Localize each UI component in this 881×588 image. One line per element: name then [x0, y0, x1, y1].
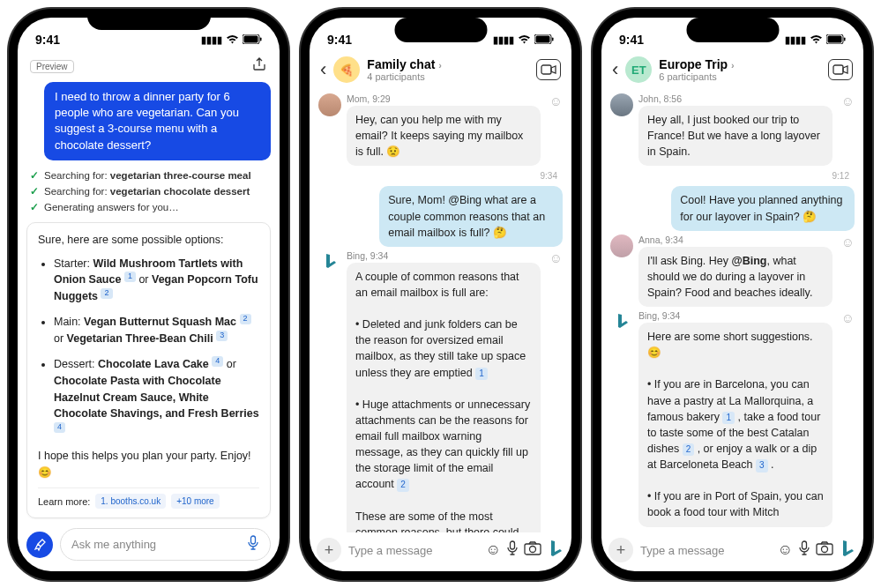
status-icons: ▮▮▮▮	[201, 34, 262, 46]
message-meta: Bing, 9:34	[347, 250, 541, 261]
screen: 9:41 ▮▮▮▮ Preview I need to throw a dinn…	[18, 18, 280, 571]
clock: 9:41	[619, 33, 644, 47]
svg-rect-5	[536, 35, 550, 42]
message-bubble: Here are some short suggestions. 😊 • If …	[638, 323, 832, 527]
message: John, 8:56 Hey all, I just booked our tr…	[610, 93, 855, 166]
learn-more-link[interactable]: 1. booths.co.uk	[95, 494, 166, 509]
notch	[87, 9, 211, 30]
answer-dessert: Dessert: Chocolate Lava Cake 4 or Chocol…	[54, 356, 259, 439]
check-icon: ✓	[30, 185, 39, 197]
svg-rect-12	[828, 35, 842, 42]
avatar-john[interactable]	[610, 93, 633, 116]
citation[interactable]: 1	[124, 272, 136, 282]
message-bubble: I'll ask Bing. Hey @Bing, what should we…	[638, 247, 832, 307]
new-topic-button[interactable]	[26, 532, 53, 558]
battery-icon	[243, 34, 262, 46]
svg-rect-9	[525, 544, 541, 555]
message-bubble: Sure, Mom! @Bing what are a couple commo…	[379, 186, 563, 246]
message-input[interactable]: Type a message	[638, 540, 773, 561]
citation[interactable]: 2	[397, 479, 409, 492]
chat-avatar[interactable]: ET	[625, 56, 652, 83]
svg-rect-2	[260, 37, 262, 41]
video-call-button[interactable]	[536, 59, 561, 80]
message-bubble: A couple of common reasons that an email…	[347, 263, 541, 532]
check-icon: ✓	[30, 201, 39, 213]
citation[interactable]: 1	[722, 412, 735, 425]
add-button[interactable]: +	[317, 538, 341, 562]
battery-icon	[534, 34, 554, 46]
bing-icon[interactable]	[547, 539, 564, 562]
status-icons: ▮▮▮▮	[493, 34, 554, 46]
emoji-icon[interactable]: ☺	[778, 541, 793, 559]
message-input[interactable]: Type a message	[347, 540, 481, 561]
chat-title: Europe Trip	[659, 57, 728, 71]
screen: 9:41 ▮▮▮▮ ‹ 🍕 Family chat › 4 participan…	[310, 18, 571, 571]
message: Anna, 9:34 I'll ask Bing. Hey @Bing, wha…	[610, 234, 855, 307]
react-icon[interactable]: ☺	[841, 310, 855, 325]
mic-icon[interactable]	[798, 540, 810, 561]
mic-icon[interactable]	[506, 540, 519, 561]
react-icon[interactable]: ☺	[841, 234, 855, 249]
svg-rect-7	[541, 65, 551, 74]
answer-main: Main: Vegan Butternut Squash Mac 2 or Ve…	[54, 314, 259, 347]
camera-icon[interactable]	[524, 541, 541, 560]
citation[interactable]: 3	[756, 459, 768, 473]
message: Mom, 9:29 Hey, can you help me with my e…	[318, 93, 563, 166]
message-meta: John, 8:56	[638, 93, 832, 104]
avatar-bing[interactable]	[610, 310, 633, 333]
svg-rect-1	[244, 35, 258, 42]
chat-subtitle: 4 participants	[367, 71, 529, 82]
citation[interactable]: 2	[683, 443, 695, 457]
add-button[interactable]: +	[608, 538, 633, 562]
camera-icon[interactable]	[816, 541, 833, 560]
message-meta: Anna, 9:34	[638, 234, 832, 245]
chat-title-block[interactable]: Family chat › 4 participants	[367, 57, 529, 82]
share-icon[interactable]	[251, 56, 267, 77]
clock: 9:41	[327, 33, 352, 47]
message-meta: Bing, 9:34	[638, 310, 832, 321]
avatar-mom[interactable]	[318, 93, 341, 116]
react-icon[interactable]: ☺	[841, 93, 855, 108]
citation[interactable]: 1	[475, 368, 488, 381]
citation[interactable]: 2	[240, 314, 251, 324]
learn-more-more[interactable]: +10 more	[171, 494, 220, 509]
answer-outro: I hope this helps you plan your party. E…	[38, 448, 259, 481]
search-step: ✓Searching for: vegetarian chocolate des…	[30, 183, 267, 199]
bing-icon[interactable]	[839, 539, 856, 562]
react-icon[interactable]: ☺	[549, 250, 563, 265]
video-call-button[interactable]	[828, 59, 853, 80]
svg-point-17	[822, 546, 828, 552]
input-row: + Type a message ☺	[310, 532, 571, 571]
signal-icon: ▮▮▮▮	[201, 34, 222, 46]
back-button[interactable]: ‹	[612, 58, 618, 81]
mic-icon[interactable]	[247, 535, 259, 554]
timestamp: 9:12	[610, 169, 855, 182]
chat-content: John, 8:56 Hey all, I just booked our tr…	[601, 90, 863, 532]
ask-input[interactable]: Ask me anything	[60, 528, 271, 561]
citation[interactable]: 4	[212, 356, 223, 367]
chat-title: Family chat	[367, 57, 435, 71]
search-progress: ✓Searching for: vegetarian three-course …	[26, 166, 271, 217]
citation[interactable]: 3	[216, 331, 228, 341]
learn-more-row: Learn more: 1. booths.co.uk +10 more	[38, 488, 259, 509]
message-sent: Cool! Have you planned anything for our …	[610, 186, 855, 230]
citation[interactable]: 4	[54, 422, 65, 433]
chat-avatar[interactable]: 🍕	[333, 56, 360, 83]
message-bubble: Cool! Have you planned anything for our …	[671, 186, 855, 230]
svg-rect-16	[817, 544, 832, 555]
notch	[394, 18, 487, 42]
battery-icon	[826, 34, 846, 46]
svg-point-10	[530, 546, 536, 552]
react-icon[interactable]: ☺	[549, 93, 563, 108]
phone-family-chat: 9:41 ▮▮▮▮ ‹ 🍕 Family chat › 4 participan…	[301, 9, 580, 580]
svg-rect-15	[803, 541, 807, 549]
back-button[interactable]: ‹	[320, 58, 326, 81]
avatar-anna[interactable]	[610, 234, 633, 257]
citation[interactable]: 2	[101, 288, 112, 299]
chevron-right-icon: ›	[438, 60, 442, 71]
emoji-icon[interactable]: ☺	[486, 541, 501, 559]
phone-bing: 9:41 ▮▮▮▮ Preview I need to throw a dinn…	[9, 9, 288, 580]
chat-title-block[interactable]: Europe Trip › 6 participants	[659, 57, 821, 82]
avatar-bing[interactable]	[318, 250, 341, 273]
input-placeholder: Ask me anything	[71, 538, 156, 551]
